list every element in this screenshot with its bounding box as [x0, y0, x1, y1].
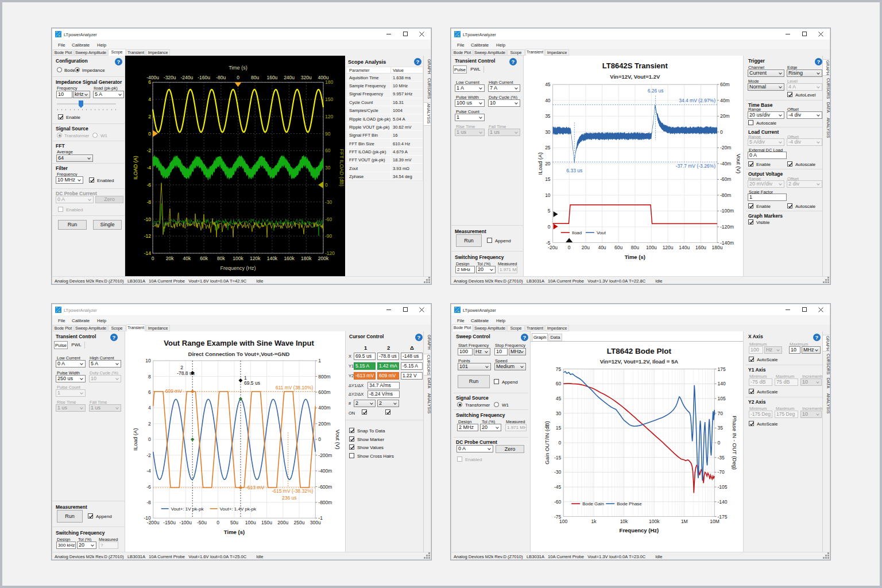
svg-text:Vout (V): Vout (V) — [736, 154, 742, 173]
svg-text:300u: 300u — [310, 520, 321, 525]
svg-text:-80m: -80m — [720, 192, 731, 198]
svg-text:-100u: -100u — [179, 520, 192, 525]
svg-text:1M: 1M — [681, 519, 688, 524]
svg-text:60m: 60m — [720, 82, 730, 87]
svg-text:-615 mV (-38.32%): -615 mV (-38.32%) — [272, 488, 313, 494]
svg-text:-240u: -240u — [181, 75, 194, 80]
svg-text:6: 6 — [148, 79, 151, 85]
svg-text:160u: 160u — [266, 75, 277, 80]
svg-text:20u: 20u — [582, 245, 590, 250]
svg-text:5: 5 — [548, 208, 551, 214]
svg-text:Gain OUT/IN (dB): Gain OUT/IN (dB) — [544, 421, 550, 465]
svg-text:0: 0 — [148, 131, 151, 137]
svg-text:0: 0 — [558, 440, 561, 446]
svg-text:75: 75 — [556, 366, 562, 372]
svg-text:-30: -30 — [554, 469, 562, 475]
svg-text:-12: -12 — [144, 233, 152, 239]
svg-text:0: 0 — [325, 182, 328, 188]
svg-text:240u: 240u — [284, 75, 295, 80]
svg-text:200k: 200k — [318, 256, 329, 261]
svg-text:100u: 100u — [245, 520, 256, 525]
svg-text:0: 0 — [318, 436, 321, 442]
svg-text:40u: 40u — [598, 245, 606, 250]
svg-text:Vout+: 1.4V pk-pk: Vout+: 1.4V pk-pk — [220, 506, 257, 512]
svg-text:320u: 320u — [301, 75, 312, 80]
svg-text:-30: -30 — [325, 199, 332, 205]
svg-text:Direct Connection To Vout+,Vou: Direct Connection To Vout+,Vout-=GND — [188, 351, 290, 357]
svg-text:ILoad (A): ILoad (A) — [132, 428, 138, 451]
svg-text:Iload: Iload — [572, 230, 582, 235]
svg-text:200m: 200m — [318, 421, 330, 427]
svg-text:-35: -35 — [718, 455, 725, 461]
svg-text:30: 30 — [556, 411, 562, 416]
svg-text:80u: 80u — [251, 75, 259, 80]
svg-text:100: 100 — [559, 519, 567, 524]
svg-text:10: 10 — [145, 358, 151, 363]
svg-text:-2: -2 — [146, 452, 151, 458]
svg-text:80k: 80k — [217, 256, 225, 261]
svg-text:2: 2 — [180, 365, 183, 370]
svg-text:120: 120 — [325, 114, 333, 119]
svg-text:-120m: -120m — [720, 224, 734, 230]
svg-text:-14: -14 — [144, 250, 152, 256]
svg-text:-100m: -100m — [720, 208, 734, 214]
svg-text:0: 0 — [568, 245, 571, 250]
svg-text:105: 105 — [718, 396, 726, 401]
svg-text:Time (s): Time (s) — [229, 65, 247, 71]
svg-text:160u: 160u — [695, 245, 706, 250]
svg-text:236 us: 236 us — [282, 495, 297, 501]
svg-text:Vout: Vout — [597, 230, 606, 235]
svg-text:-8: -8 — [146, 500, 151, 505]
svg-text:-150u: -150u — [163, 520, 176, 525]
svg-text:45: 45 — [545, 82, 551, 87]
svg-text:-60m: -60m — [720, 176, 731, 182]
svg-text:LT8642S Transient: LT8642S Transient — [602, 61, 668, 70]
svg-text:Phase IN - OUT (Deg): Phase IN - OUT (Deg) — [732, 416, 738, 470]
svg-text:Time (s): Time (s) — [625, 254, 645, 260]
svg-text:150: 150 — [325, 96, 333, 102]
svg-text:100k: 100k — [233, 256, 243, 261]
svg-text:Frequency (Hz): Frequency (Hz) — [620, 527, 659, 533]
svg-text:200u: 200u — [277, 520, 288, 525]
svg-text:-15: -15 — [554, 455, 562, 461]
svg-text:2: 2 — [148, 114, 151, 119]
svg-text:34.4 mV (2.97%): 34.4 mV (2.97%) — [679, 98, 715, 103]
svg-text:35: 35 — [718, 425, 724, 431]
svg-text:150u: 150u — [261, 520, 272, 525]
svg-text:6.33 us: 6.33 us — [566, 168, 582, 173]
svg-text:-6: -6 — [146, 484, 151, 490]
svg-text:-10: -10 — [144, 515, 151, 521]
svg-text:0: 0 — [548, 224, 551, 230]
svg-text:-320u: -320u — [164, 75, 176, 80]
svg-text:120k: 120k — [250, 256, 261, 261]
svg-text:0: 0 — [152, 256, 154, 261]
svg-text:-105: -105 — [718, 484, 728, 490]
svg-text:180: 180 — [325, 79, 333, 85]
svg-text:-40m: -40m — [720, 161, 731, 167]
svg-text:-800m: -800m — [318, 500, 332, 505]
svg-text:100u: 100u — [646, 245, 657, 250]
svg-text:-6: -6 — [146, 182, 151, 188]
svg-text:10M: 10M — [710, 519, 719, 524]
svg-text:0: 0 — [720, 129, 723, 135]
svg-text:25: 25 — [545, 145, 551, 150]
svg-text:-200m: -200m — [318, 452, 332, 458]
svg-text:ILOAD (A): ILOAD (A) — [133, 156, 138, 180]
svg-text:Vout Range Example with Sine W: Vout Range Example with Sine Wave Input — [164, 339, 314, 347]
svg-text:45: 45 — [556, 396, 562, 401]
svg-text:20k: 20k — [166, 256, 174, 261]
svg-text:-600m: -600m — [318, 484, 332, 490]
svg-text:-78.8 us: -78.8 us — [177, 370, 195, 376]
svg-text:60k: 60k — [200, 256, 208, 261]
svg-text:-4: -4 — [146, 468, 151, 474]
svg-text:40: 40 — [545, 98, 551, 103]
svg-text:6.26 us: 6.26 us — [648, 88, 664, 94]
svg-text:50u: 50u — [230, 520, 238, 525]
svg-text:10: 10 — [545, 192, 551, 198]
svg-text:2: 2 — [148, 421, 151, 427]
svg-text:FFT ILOAD (dB): FFT ILOAD (dB) — [339, 149, 345, 186]
svg-text:-20m: -20m — [720, 145, 731, 150]
svg-text:40m: 40m — [720, 98, 730, 103]
svg-text:4: 4 — [148, 405, 151, 411]
svg-text:120u: 120u — [663, 245, 674, 250]
